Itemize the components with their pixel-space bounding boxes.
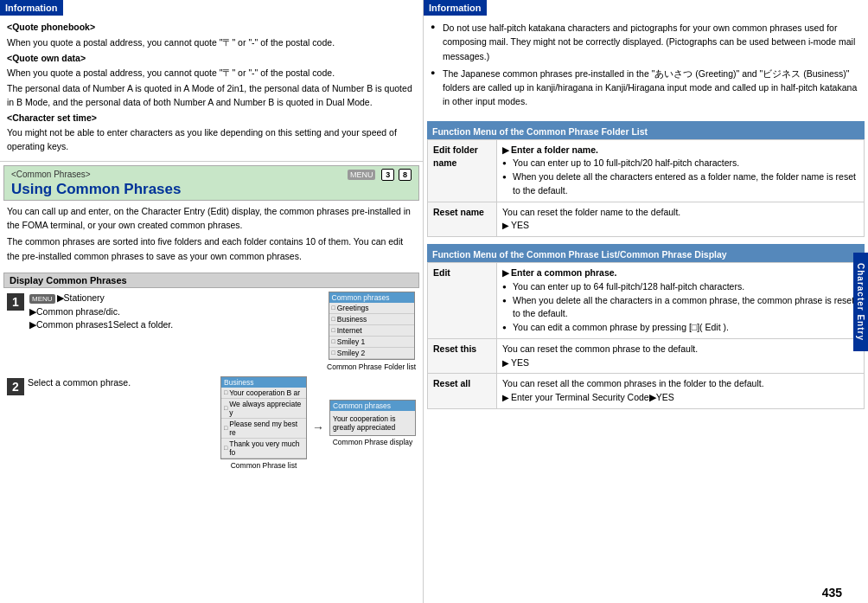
step1-content: MENU▶Stationery ▶Common phrase/dic. ▶Com… [29, 292, 322, 332]
step2-s1-item3: Please send my best re [221, 419, 306, 439]
menu-icon: MENU [29, 294, 55, 304]
common-phrases-tag-text: <Common Phrases> [11, 170, 91, 179]
step2-screen2-caption: Common Phrase display [329, 438, 416, 446]
top-bullet1: When you quote a postal address, you can… [7, 36, 416, 50]
step2-text: Select a common phrase. [28, 376, 217, 390]
func-menu2-table: Edit ▶Enter a common phrase. You can ent… [427, 262, 865, 409]
quote-phonebook-heading: <Quote phonebook> [7, 22, 95, 32]
step2-screen2: Common phrases Your cooperation is great… [329, 400, 416, 436]
func-menu1-bold1: ▶Enter a folder name. [502, 144, 598, 155]
top-info-left: <Quote phonebook> When you quote a posta… [0, 16, 423, 162]
info-bar-right: Information [424, 0, 868, 16]
step2-screen2-header: Common phrases [330, 401, 415, 411]
step1-line2: ▶Common phrase/dic. [29, 305, 322, 319]
info-label-right: Information [424, 0, 487, 16]
func-menu2-arrow3: ▶Enter your Terminal Security Code▶YES [502, 392, 674, 402]
func-menu2-b1-item3: You can edit a common phrase by pressing… [502, 321, 858, 335]
step2-row: 2 Select a common phrase. Business Your … [7, 376, 416, 470]
func-menu1-table: Edit folder name ▶Enter a folder name. Y… [427, 139, 865, 238]
func-menu-box2: Function Menu of the Common Phrase List/… [427, 244, 865, 409]
func-menu1-b1-item2: When you delete all the characters enter… [502, 170, 858, 198]
func-menu2-b1-item1: You can enter up to 64 full-pitch/128 ha… [502, 280, 858, 294]
arrow-right-icon: → [312, 420, 324, 434]
step2-screen2-text: Your cooperation is greatly appreciated [330, 411, 415, 435]
step1-screen: Common phrases Greetings Business Intern… [329, 292, 415, 360]
func-menu1-content1: ▶Enter a folder name. You can enter up t… [497, 139, 865, 202]
func-menu1-title: Function Menu of the Common Phrase Folde… [427, 124, 865, 139]
step1-line3: ▶Common phrases1Select a folder. [29, 318, 322, 332]
func-menu2-content2: You can reset the common phrase to the d… [497, 338, 865, 374]
side-tab-text: Character Entry [856, 262, 865, 340]
info-bar-left: Information [0, 0, 423, 16]
body-text1: You can call up and enter, on the Charac… [7, 204, 416, 233]
func-menu2-row1: Edit ▶Enter a common phrase. You can ent… [428, 263, 865, 339]
func-menu-box1: Function Menu of the Common Phrase Folde… [427, 121, 865, 238]
func-menu2-title: Function Menu of the Common Phrase List/… [427, 247, 865, 262]
func-menu2-content1: ▶Enter a common phrase. You can enter up… [497, 263, 865, 339]
badge-num1: 3 [381, 169, 394, 181]
menu-badge: MENU [348, 170, 376, 180]
func-menu1-content2: You can reset the folder name to the def… [497, 202, 865, 237]
func-menu1-row1: Edit folder name ▶Enter a folder name. Y… [428, 139, 865, 202]
section-title: Using Common Phrases [11, 181, 412, 198]
step2-screens: Business Your cooperation B ar We always… [220, 376, 416, 470]
page-number: 435 [822, 586, 842, 600]
func-menu2-label1: Edit [428, 263, 497, 339]
step2-s1-item2: We always appreciate y [221, 399, 306, 419]
step1-row: 1 MENU▶Stationery ▶Common phrase/dic. ▶C… [7, 292, 416, 371]
step2-s1-item4: Thank you very much fo [221, 439, 306, 459]
func-menu2-label2: Reset this [428, 338, 497, 374]
func-menu2-bold1: ▶Enter a common phrase. [502, 267, 617, 278]
info-label-left: Information [0, 0, 63, 16]
body-text2: The common phrases are sorted into five … [7, 234, 416, 263]
step1-item2: Business [329, 314, 414, 325]
side-tab: Character Entry [853, 252, 868, 350]
right-bullet2: The Japanese common phrases pre-installe… [431, 67, 861, 109]
func-menu1-arrow2: ▶YES [502, 220, 529, 230]
step1-item3: Internet [329, 325, 414, 337]
step1-image: Common phrases Greetings Business Intern… [327, 292, 416, 371]
func-menu2-content3: You can reset all the common phrases in … [497, 374, 865, 409]
top-bullet4: You might not be able to enter character… [7, 126, 416, 154]
step1-item5: Smiley 2 [329, 348, 414, 359]
display-box: Display Common Phrases [3, 273, 419, 288]
step2-number: 2 [7, 378, 24, 395]
func-menu1-b1-item1: You can enter up to 10 full-pitch/20 hal… [502, 157, 858, 170]
step2-label: Select a common phrase. [28, 376, 217, 390]
steps-area: 1 MENU▶Stationery ▶Common phrase/dic. ▶C… [0, 288, 423, 473]
common-phrases-header: <Common Phrases> MENU 3 8 Using Common P… [3, 165, 419, 201]
step1-number: 1 [7, 293, 24, 311]
step1-screen-header: Common phrases [329, 292, 414, 303]
step1-item1: Greetings [329, 303, 414, 314]
func-menu1-label2: Reset name [428, 202, 497, 237]
func-menu1-row2: Reset name You can reset the folder name… [428, 202, 865, 237]
badge-num2: 8 [399, 169, 412, 181]
step2-screen1-header: Business [221, 377, 306, 388]
func-menu2-arrow2: ▶YES [502, 357, 529, 368]
step1-caption: Common Phrase Folder list [327, 362, 416, 371]
step2-screen1: Business Your cooperation B ar We always… [220, 376, 307, 459]
func-menu2-row3: Reset all You can reset all the common p… [428, 374, 865, 409]
right-bullet1: Do not use half-pitch katakana character… [431, 21, 861, 63]
step2-s1-item1: Your cooperation B ar [221, 388, 306, 399]
func-menu2-bullets1: You can enter up to 64 full-pitch/128 ha… [502, 280, 858, 335]
step2-screen1-caption: Common Phrase list [220, 461, 307, 470]
left-column: Information <Quote phonebook> When you q… [0, 0, 424, 603]
step2-screen2-wrap: Common phrases Your cooperation is great… [329, 400, 416, 446]
badge-row: MENU 3 8 [348, 170, 412, 179]
top-bullet3: The personal data of Number A is quoted … [7, 82, 416, 110]
common-phrases-tag-row: <Common Phrases> MENU 3 8 [11, 170, 412, 179]
character-set-heading: <Character set time> [7, 112, 97, 123]
step2-screen1-wrap: Business Your cooperation B ar We always… [220, 376, 307, 470]
top-bullet2: When you quote a postal address, you can… [7, 67, 416, 80]
func-menu2-label3: Reset all [428, 374, 497, 409]
quote-own-data-heading: <Quote own data> [7, 53, 86, 63]
right-column: Information Do not use half-pitch kataka… [424, 0, 868, 603]
top-info-right: Do not use half-pitch katakana character… [424, 16, 868, 118]
step1-item4: Smiley 1 [329, 337, 414, 348]
func-menu2-b1-item2: When you delete all the characters in a … [502, 294, 858, 322]
func-menu2-row2: Reset this You can reset the common phra… [428, 338, 865, 374]
func-menu1-label1: Edit folder name [428, 139, 497, 202]
display-box-title: Display Common Phrases [10, 275, 127, 285]
step1-line1: MENU▶Stationery [29, 292, 322, 305]
